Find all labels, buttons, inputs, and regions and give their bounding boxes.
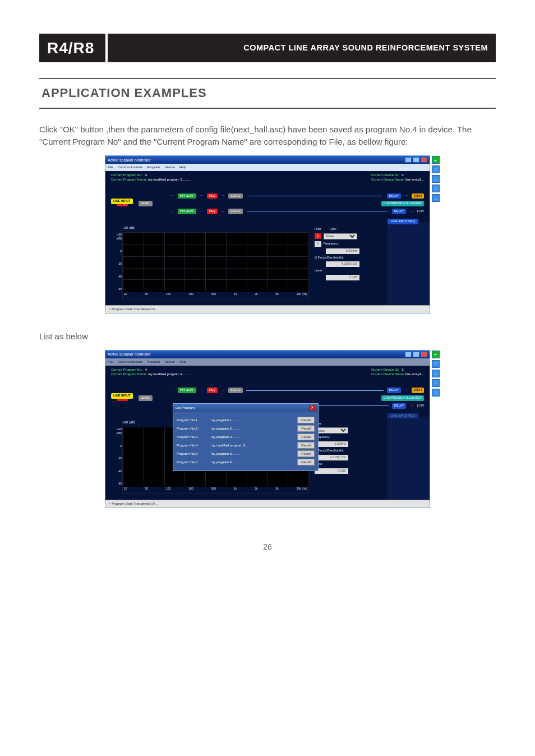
menu-help[interactable]: Help [179,359,186,364]
comp-lim-block[interactable]: COMPRESSOR & LIMITER [381,201,424,206]
minimize-button[interactable] [405,157,412,163]
delay-block[interactable]: DELAY [392,403,407,409]
program-row: Program No.4 my modified program 3... Re… [177,442,315,449]
header-subtitle: COMPACT LINE ARRAY SOUND REINFORCEMENT S… [108,34,496,62]
section-title: APPLICATION EXAMPLES [39,78,496,109]
q-field[interactable]: 4.318(0.33) [315,455,348,460]
low-out: LOW [417,404,424,408]
menu-file[interactable]: File [108,165,113,169]
type-select[interactable]: None [315,427,348,434]
type-label: Type: [329,227,336,232]
eq-graph[interactable]: +20 (dB) 0 -20 -40 -60 2050 100200 [122,232,309,299]
menu-program[interactable]: Program [147,165,160,169]
window-title: Active speaker controller [108,352,151,357]
recall-button[interactable]: Recall [297,434,315,440]
close-button[interactable] [421,157,427,163]
curr-dev-name-label: Current Device Name: [371,178,404,181]
eq-panel: +20 (dB) +20 (dB) 0 -20 -40 -60 [105,222,388,305]
curr-dev-id: 3 [402,173,403,177]
maximize-button[interactable] [413,157,419,163]
peq-block[interactable]: PEQ [207,388,218,393]
level-block[interactable]: LEVEL [139,201,153,206]
tray-icon: □ [432,194,440,202]
program-row: Program No.2 my program 2......... Recal… [177,425,315,432]
info-row: Current Program No: 4 Current Program Na… [105,366,430,378]
type-select[interactable]: None [324,233,357,239]
freq-field[interactable]: 6.00kHz [315,441,348,447]
q-field[interactable]: 4.318(0.33) [326,261,359,267]
page-header: R4/R8 COMPACT LINE ARRAY SOUND REINFORCE… [39,34,496,62]
menu-comm[interactable]: Communications [118,165,143,169]
dialog-title: List Program [176,405,195,410]
tray-icon: □ [432,185,440,192]
freq-field[interactable]: 6.00kHz [326,248,359,254]
eq-y-axis: +20 (dB) 0 -20 -40 -60 [113,233,122,291]
freq-label: Frequency: [324,242,339,246]
recall-button[interactable]: Recall [297,459,315,465]
hpf-lpf-block[interactable]: HPF&LPF [178,209,196,214]
line-input-block[interactable]: LINE INPUT [111,393,133,399]
level-block[interactable]: LEVEL [139,395,153,401]
delay-block[interactable]: DELAY [387,388,402,393]
minimize-button[interactable] [405,352,412,357]
eq-side-panel: Filter Type: 1 None 2 Frequency: 6.00kHz… [315,225,382,299]
window-titlebar: Active speaker controller [105,156,430,164]
menu-file[interactable]: File [108,359,113,364]
curr-prog-name: my modified program 3......... [148,178,191,181]
level-block[interactable]: LEVEL [228,193,242,199]
level-field[interactable]: 0.0dB [315,468,348,474]
tray-icon: □ [432,360,440,368]
menu-bar: File Communications Program Device Help [105,164,430,170]
curr-prog-no-label: Current Program No: [111,173,142,177]
comp-lim-block[interactable]: COMPRESSOR & LIMITER [381,395,424,401]
level-field[interactable]: 0.0dB [326,275,359,280]
model-badge: R4/R8 [39,34,105,62]
level-block[interactable]: LEVEL [228,209,242,214]
body-paragraph-2: List as below [39,330,496,343]
page-number: 26 [39,542,496,553]
delay-block[interactable]: DELAY [387,193,402,199]
filter-2-button[interactable]: 2 [315,241,321,247]
maximize-button[interactable] [413,352,419,357]
recall-button[interactable]: Recall [297,442,315,449]
menu-comm[interactable]: Communications [118,359,143,364]
menu-bar: File Communications Program Device Help [105,358,430,365]
filter-1-button[interactable]: 1 [315,233,321,239]
panel-label: LINE INPUT PEQ [388,219,418,224]
line-input-block[interactable]: LINE INPUT [111,199,133,204]
q-label: Q Factor(Bandwidth): [315,256,344,260]
filter-label: Filter [315,227,321,232]
level-block[interactable]: LEVEL [228,388,242,393]
tray-icon: □ [432,379,440,387]
curr-dev-id-label: Current Device ID: [371,173,399,177]
close-button[interactable] [421,352,427,357]
tray-icon: □ [432,175,440,183]
hpf-lpf-block[interactable]: HPF&LPF [178,193,196,199]
recall-button[interactable]: Recall [297,417,315,423]
panel-label: LINE INPUT PEQ [388,413,418,419]
curr-dev-name: line array3... [405,178,424,181]
peq-block[interactable]: PEQ [207,209,218,214]
tray-icon: ▸ [432,156,440,164]
tray-icon: ▸ [432,351,440,358]
screenshot-2: ▸ □ □ □ □ Active speaker controller File… [105,350,430,508]
menu-device[interactable]: Device [164,359,174,364]
os-tray-icons: ▸ □ □ □ □ [432,156,440,202]
peq-block[interactable]: PEQ [207,193,218,199]
program-row: Program No.6 my program 6......... Recal… [177,459,315,465]
high-out: HIGH [412,193,424,199]
tray-icon: □ [432,389,440,397]
recall-button[interactable]: Recall [297,450,315,457]
delay-block[interactable]: DELAY [392,209,407,214]
low-out: LOW [417,209,424,214]
tray-icon: □ [432,165,440,173]
curr-prog-name-label: Current Program Name: [111,178,147,181]
recall-button[interactable]: Recall [297,425,315,432]
menu-program[interactable]: Program [147,359,160,364]
program-row: Program No.5 my program 5......... Recal… [177,450,315,457]
hpf-lpf-block[interactable]: HPF&LPF [178,388,196,393]
window-titlebar: Active speaker controller [105,351,430,358]
menu-help[interactable]: Help [179,165,186,169]
dialog-close-button[interactable]: ✕ [309,405,316,411]
menu-device[interactable]: Device [164,165,174,169]
